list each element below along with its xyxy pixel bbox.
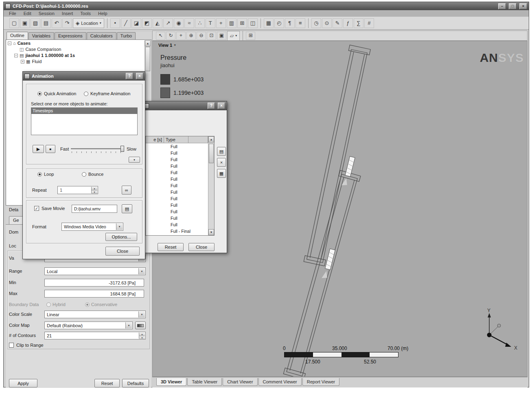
- view-selector[interactable]: View 1 ▾: [158, 43, 176, 48]
- plane-icon[interactable]: ◪: [131, 18, 141, 28]
- timestep-details-button[interactable]: ▦: [217, 169, 226, 178]
- color-map-dropdown[interactable]: Default (Rainbow) ▾: [44, 322, 133, 329]
- collapse-icon[interactable]: −: [8, 42, 11, 45]
- tree-item[interactable]: −⌂Cases: [6, 40, 151, 46]
- redo-icon[interactable]: ↷: [62, 18, 72, 28]
- contours-stepper[interactable]: 21 ▴▾: [44, 332, 146, 339]
- timestep-row[interactable]: Full: [146, 156, 208, 163]
- load-timesteps-button[interactable]: ▤: [217, 147, 226, 156]
- close-button[interactable]: ×: [519, 3, 527, 9]
- print-icon[interactable]: ▤: [41, 18, 51, 28]
- range-dropdown[interactable]: Local ▾: [44, 267, 146, 275]
- loop-radio[interactable]: [37, 172, 42, 177]
- spin-up-icon[interactable]: ▴: [92, 187, 97, 190]
- timestep-row[interactable]: Full - Final: [146, 228, 208, 234]
- spin-up-icon[interactable]: ▴: [139, 333, 145, 336]
- close-icon[interactable]: ×: [136, 73, 143, 79]
- new-session-icon[interactable]: ▢: [9, 18, 19, 28]
- maximize-button[interactable]: □: [509, 3, 517, 9]
- tab-outline[interactable]: Outline: [7, 32, 28, 39]
- function-calculator-icon[interactable]: ƒ: [343, 18, 353, 28]
- repeat-forever-button[interactable]: ∞: [122, 186, 131, 195]
- save-movie-checkbox[interactable]: ✓: [34, 206, 39, 211]
- tab-chart-viewer[interactable]: Chart Viewer: [223, 378, 257, 386]
- reset-button[interactable]: Reset: [158, 243, 184, 251]
- timestep-selector-icon[interactable]: ◷: [311, 18, 321, 28]
- pan-icon[interactable]: +: [176, 32, 186, 40]
- timestep-table[interactable]: e [s] Type FullFullFullFullFullFullFullF…: [145, 136, 215, 236]
- type-column-header[interactable]: Type: [164, 136, 188, 143]
- chevron-down-icon[interactable]: ▾: [116, 223, 123, 230]
- timestep-row[interactable]: Full: [146, 176, 208, 182]
- timestep-row[interactable]: Full: [146, 143, 208, 150]
- scroll-up-icon[interactable]: ▲: [145, 40, 151, 46]
- spin-down-icon[interactable]: ▾: [139, 336, 145, 339]
- tree-item[interactable]: +▦Fluid: [6, 58, 151, 64]
- location-selector[interactable]: ◈Location▾: [73, 18, 104, 28]
- collapse-icon[interactable]: −: [14, 54, 18, 57]
- list-item-timesteps[interactable]: Timesteps: [31, 108, 137, 114]
- legend-icon[interactable]: ▥: [227, 18, 236, 28]
- menu-item-help[interactable]: Help: [94, 11, 111, 16]
- streamline-icon[interactable]: ≈: [184, 18, 194, 28]
- instance-transform-icon[interactable]: ⊞: [237, 18, 247, 28]
- timestep-row[interactable]: Full: [146, 163, 208, 169]
- quick-editor-icon[interactable]: ✎: [333, 18, 342, 28]
- speed-slider[interactable]: [71, 148, 124, 149]
- close-icon[interactable]: ×: [218, 103, 225, 109]
- conservative-radio[interactable]: [85, 302, 90, 307]
- point-icon[interactable]: •: [110, 18, 120, 28]
- timestep-row[interactable]: Full: [146, 150, 208, 156]
- clip-plane-icon[interactable]: ◫: [248, 18, 258, 28]
- tab-table-viewer[interactable]: Table Viewer: [187, 378, 222, 386]
- tree-item[interactable]: −▤jiaohui 1 1.000000 at 1s: [6, 52, 151, 58]
- help-button[interactable]: ?: [126, 73, 133, 79]
- coord-frame-icon[interactable]: +: [216, 18, 226, 28]
- timestep-selector-dialog[interactable]: ? × e [s] Type FullFullFullFullFullFullF…: [142, 101, 227, 253]
- timestep-row[interactable]: Full: [146, 221, 208, 228]
- menu-item-insert[interactable]: Insert: [58, 11, 77, 16]
- defaults-button[interactable]: Defaults: [122, 379, 149, 387]
- menu-item-session[interactable]: Session: [35, 11, 58, 16]
- movie-path-field[interactable]: D:/jiaohui.wmv: [72, 205, 117, 213]
- format-dropdown[interactable]: Windows Media Video ▾: [61, 223, 123, 231]
- colormap-editor-button[interactable]: [135, 322, 146, 329]
- orbit-icon[interactable]: ↻: [166, 32, 175, 40]
- zoom-out-icon[interactable]: ⊖: [197, 32, 206, 40]
- timestep-row[interactable]: Full: [146, 182, 208, 189]
- play-button[interactable]: ▶: [33, 145, 44, 153]
- details-tab-geometry[interactable]: Ge: [9, 216, 23, 224]
- animation-object-list[interactable]: Timesteps: [31, 107, 138, 135]
- max-field[interactable]: 1684.58 [Pa]: [44, 290, 144, 298]
- dialog-title-bar[interactable]: Animation ? ×: [23, 72, 145, 81]
- text-icon[interactable]: T: [206, 18, 215, 28]
- animation-icon[interactable]: ⊙: [322, 18, 332, 28]
- mesh-calculator-icon[interactable]: #: [364, 18, 374, 28]
- spin-down-icon[interactable]: ▾: [92, 190, 97, 194]
- projection-selector[interactable]: ▱▾: [227, 31, 240, 41]
- minimize-button[interactable]: –: [498, 3, 506, 9]
- menu-item-edit[interactable]: Edit: [20, 11, 35, 16]
- chart-icon[interactable]: ◴: [274, 18, 284, 28]
- color-scale-dropdown[interactable]: Linear ▾: [44, 311, 146, 318]
- isosurface-icon[interactable]: ◭: [153, 18, 162, 28]
- chevron-down-icon[interactable]: ▾: [138, 268, 145, 274]
- timestep-row[interactable]: Full: [146, 215, 208, 221]
- timestep-row[interactable]: Full: [146, 169, 208, 176]
- title-bar[interactable]: CFD-Post: D:\jiaohui-1-1.000000.res – □ …: [4, 2, 529, 10]
- tab-comment-viewer[interactable]: Comment Viewer: [258, 378, 302, 386]
- chevron-down-icon[interactable]: ▾: [125, 322, 132, 328]
- contour-icon[interactable]: ◉: [174, 18, 184, 28]
- scroll-down-icon[interactable]: ▼: [208, 229, 214, 235]
- timestep-row[interactable]: Full: [146, 208, 208, 215]
- load-results-icon[interactable]: ▣: [20, 18, 30, 28]
- stop-button[interactable]: ■: [46, 145, 55, 153]
- macro-calculator-icon[interactable]: ∑: [354, 18, 363, 28]
- vector-icon[interactable]: ↗: [163, 18, 173, 28]
- chevron-down-icon[interactable]: ▾: [138, 311, 145, 317]
- zoom-in-icon[interactable]: ⊕: [186, 32, 196, 40]
- spinner[interactable]: ▴▾: [139, 333, 145, 339]
- close-button[interactable]: Close: [105, 247, 140, 256]
- timestep-row[interactable]: Full: [146, 195, 208, 202]
- particle-track-icon[interactable]: ∴: [195, 18, 205, 28]
